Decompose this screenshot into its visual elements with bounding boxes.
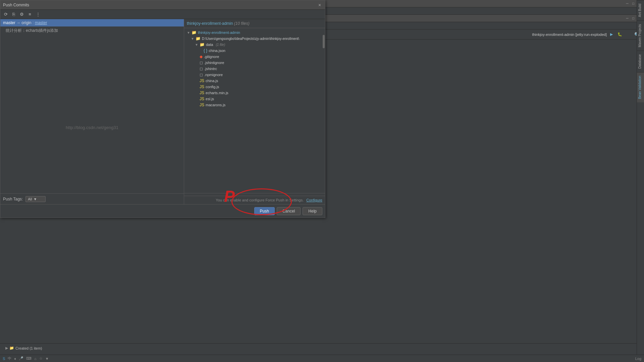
dialog-buttons: Push Cancel Help [0, 204, 325, 218]
toolbar-btn-5[interactable]: ⋮ [35, 11, 41, 18]
tags-bar: Push Tags: All ▼ [0, 193, 184, 204]
toolbar-btn-1[interactable]: ⟳ [2, 11, 9, 18]
status-icon-zh[interactable]: 中 [8, 356, 11, 361]
tab-database[interactable]: Database [637, 51, 644, 72]
status-icon-mic[interactable]: 🎤 [19, 356, 23, 361]
tags-dropdown-arrow: ▼ [33, 197, 37, 201]
status-icon-house[interactable]: ⌂ [34, 357, 37, 361]
right-header-title: thinkjoy-enrollment-admin [187, 21, 233, 26]
tree-label-esljs: esl.js [206, 97, 214, 101]
file-icon-echartsjs: JS [200, 90, 204, 95]
tree-item-gitignore[interactable]: ◆ .gitignore [192, 54, 322, 60]
restore-btn-2[interactable]: □ [631, 16, 635, 20]
cancel-button[interactable]: Cancel [277, 207, 301, 215]
dialog-footer: You can enable and configure Force Push … [184, 196, 325, 204]
tree-arrow-root: ▼ [187, 31, 190, 35]
toolbar-btn-2[interactable]: ⎘ [10, 11, 17, 18]
dialog-right-header: thinkjoy-enrollment-admin (10 files) [184, 19, 325, 28]
tree-item-macaronsjs[interactable]: JS macarons.js [192, 102, 322, 108]
status-bar: S 中 ♦ 🎤 ⌨ ⌂ ☆ ▼ Log [0, 355, 644, 362]
status-icon-dot[interactable]: ♦ [14, 357, 16, 361]
expand-arrow[interactable]: ▶ [5, 346, 8, 350]
tree-label-chinajs: china.js [206, 79, 218, 83]
tree-item-esljs[interactable]: JS esl.js [192, 96, 322, 102]
file-count: (10 files) [234, 21, 250, 26]
tree-label-root: thinkjoy-enrollment-admin [198, 31, 240, 35]
branch-row[interactable]: master → origin : master [0, 19, 184, 26]
tree-item-root[interactable]: ▼ 📁 thinkjoy-enrollment-admin [184, 29, 322, 36]
tree-label-path: D:\Users\gengsongbo\IdeaProjects\zjy-adm… [202, 37, 299, 41]
toolbar-btn-3[interactable]: ⚙ [18, 11, 25, 18]
dialog-close-button[interactable]: × [317, 2, 322, 8]
tree-item-path[interactable]: ▼ 📁 D:\Users\gengsongbo\IdeaProjects\zjy… [188, 36, 322, 42]
status-icon-kbd[interactable]: ⌨ [26, 356, 32, 361]
tree-item-configjs[interactable]: JS config.js [192, 84, 322, 90]
branch-arrow: → origin : [16, 20, 35, 25]
file-icon-npmignore: ◻ [200, 72, 203, 77]
file-icon-chinajson: { } [204, 48, 207, 53]
dialog-left-panel: master → origin : master 统计分析：echarts插件j… [0, 19, 184, 204]
debug-btn[interactable]: 🐛 [615, 32, 624, 37]
tree-label-macaronsjs: macarons.js [206, 103, 225, 107]
minimize-btn-1[interactable]: ─ [625, 2, 629, 6]
folder-icon-created: 📁 [9, 346, 14, 350]
file-icon-macaronsjs: JS [200, 103, 204, 107]
run-btn[interactable]: ▶ [608, 32, 615, 37]
created-text: Created (1 item) [15, 346, 42, 350]
dialog-right-inner: ▼ 📁 thinkjoy-enrollment-admin ▼ 📁 D:\Use… [184, 28, 325, 193]
dialog-titlebar: Push Commits × [0, 0, 325, 10]
tree-count-data: (1 file) [216, 43, 225, 47]
file-tree: ▼ 📁 thinkjoy-enrollment-admin ▼ 📁 D:\Use… [184, 28, 322, 193]
tags-value: All [28, 197, 32, 201]
tree-item-npmignore[interactable]: ◻ .npmignore [192, 72, 322, 78]
log-label[interactable]: Log [635, 357, 641, 361]
tree-item-chinajs[interactable]: JS china.js [192, 78, 322, 84]
branch-from: master [3, 20, 16, 25]
push-commits-dialog: Push Commits × ⟳ ⎘ ⚙ ≡ ⋮ master → origin… [0, 0, 325, 218]
tab-bean-validation[interactable]: Bean Validation [637, 72, 644, 102]
scrollbar-thumb [323, 35, 325, 48]
commit-row: 统计分析：echarts插件js添加 [0, 26, 184, 35]
tree-item-jshintignore[interactable]: ◻ .jshintignore [192, 60, 322, 66]
file-tree-scrollbar[interactable] [322, 28, 325, 193]
created-item[interactable]: ▶ 📁 Created (1 item) [3, 345, 45, 352]
tree-label-gitignore: .gitignore [204, 55, 219, 59]
tree-item-chinajson[interactable]: { } china.json [196, 48, 322, 54]
tree-label-echartsjs: echarts.min.js [206, 91, 228, 95]
tab-maven-projects[interactable]: Maven Projects [637, 20, 644, 51]
tree-label-chinajson: china.json [209, 49, 225, 53]
tree-item-echartsjs[interactable]: JS echarts.min.js [192, 90, 322, 96]
tree-item-data[interactable]: ▼ 📁 data (1 file) [192, 42, 322, 48]
tree-arrow-path: ▼ [191, 37, 194, 41]
toolbar-btn-4[interactable]: ≡ [26, 11, 33, 18]
file-icon-chinajs: JS [200, 78, 204, 83]
dialog-title: Push Commits [3, 3, 317, 7]
tree-arrow-data: ▼ [195, 43, 198, 47]
file-icon-jshintignore: ◻ [200, 60, 203, 65]
horizontal-scrollbar[interactable] [184, 193, 325, 196]
tab-ant-build[interactable]: Ant Build [637, 0, 644, 20]
status-icon-arrow[interactable]: ▼ [45, 357, 49, 361]
bottom-panel: ▶ 📁 Created (1 item) [0, 343, 637, 353]
folder-icon-root: 📁 [192, 30, 197, 35]
status-icon-star[interactable]: ☆ [39, 356, 43, 361]
push-button[interactable]: Push [254, 207, 275, 215]
folder-icon-data: 📁 [200, 42, 205, 47]
tree-label-jshintrc: .jshintrc [204, 67, 217, 71]
minimize-btn-2[interactable]: ─ [625, 16, 629, 20]
tree-label-data: data [206, 43, 213, 47]
tags-dropdown[interactable]: All ▼ [25, 196, 46, 202]
help-button[interactable]: Help [303, 207, 322, 215]
right-panel-tabs: Ant Build Maven Projects Database Bean V… [637, 0, 644, 362]
tree-item-jshintrc[interactable]: ◻ .jshintrc [192, 66, 322, 72]
tree-label-jshintignore: .jshintignore [204, 61, 224, 65]
configure-link[interactable]: Configure [306, 198, 322, 202]
restore-btn-1[interactable]: □ [631, 2, 635, 6]
run-config-label: thinkjoy-enrollment-admin [jetty:run-exp… [532, 33, 607, 37]
tree-label-configjs: config.js [206, 85, 219, 89]
commit-text: 统计分析：echarts插件js添加 [6, 28, 58, 33]
branch-link[interactable]: master [35, 20, 47, 25]
file-icon-jshintrc: ◻ [200, 66, 203, 71]
status-icon-s[interactable]: S [3, 357, 5, 361]
file-icon-gitignore: ◆ [200, 54, 203, 59]
